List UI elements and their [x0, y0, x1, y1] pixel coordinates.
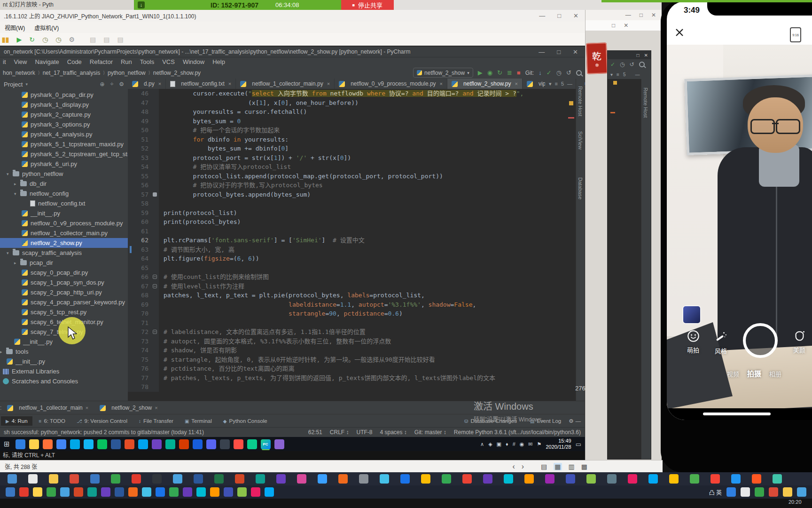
host-app-icon[interactable]	[566, 474, 575, 484]
maximize-icon[interactable]: □	[612, 22, 615, 29]
tree-item[interactable]: pyshark_5_2_tcpstream_get_tcp_stream.p	[0, 149, 128, 159]
menu-item-help[interactable]: Help	[212, 58, 225, 65]
rollback-icon[interactable]: ↺	[566, 69, 571, 76]
tab-close-icon[interactable]: ×	[327, 81, 330, 87]
menu-item-window[interactable]: Window	[183, 58, 204, 65]
pycharm-close-button[interactable]: ✕	[573, 48, 578, 56]
host-app-icon[interactable]	[47, 487, 56, 497]
tree-item[interactable]: pyshark_6_uri.py	[0, 159, 128, 169]
host-app-icon[interactable]	[173, 474, 182, 484]
vm-device-icon[interactable]: ▤	[117, 36, 123, 43]
tray-icon[interactable]: ∧	[480, 441, 484, 447]
host-app-icon[interactable]	[19, 487, 29, 497]
host-app-icon[interactable]	[669, 474, 679, 484]
tree-item[interactable]: pyshark_4_analysis.py	[0, 129, 128, 139]
tree-item[interactable]: ▸tools	[0, 347, 128, 357]
project-panel-header[interactable]: Project ▾ ⊕÷⚙	[0, 79, 128, 90]
fold-marker-icon[interactable]	[153, 330, 157, 334]
host-app-icon[interactable]	[338, 474, 348, 484]
host-app-icon[interactable]	[115, 487, 124, 497]
host-app-icon[interactable]	[773, 474, 782, 484]
camera-mode-tab[interactable]: 相册	[769, 369, 781, 378]
action-center-icon[interactable]: ▭	[576, 441, 581, 448]
stop-sharing-button[interactable]: ■停止共享	[341, 0, 394, 10]
tree-item[interactable]: scapy_2_pcap_http_uri.py	[0, 287, 128, 297]
taskbar-app-icon[interactable]	[70, 439, 80, 449]
tree-item[interactable]: pyshark_1_display.py	[0, 100, 128, 110]
tree-item[interactable]: ▾scapy_traffic_analysis	[0, 248, 128, 258]
profiler-button[interactable]: ≣	[507, 69, 512, 76]
view-grid-icon[interactable]: ▤	[541, 463, 547, 470]
host-app-icon[interactable]	[359, 474, 368, 484]
status-widget[interactable]: UTF-8	[356, 429, 372, 436]
vm-menu-item[interactable]: 虚拟机(V)	[34, 24, 59, 32]
ime-indicator[interactable]: 凸 英	[709, 488, 722, 496]
tool-tab-sciview[interactable]: SciView	[578, 131, 583, 150]
settings-gear-icon[interactable]: ⚙	[119, 81, 124, 87]
tree-item[interactable]: pyshark_2_capture.py	[0, 110, 128, 119]
menu-item-run[interactable]: Run	[121, 58, 132, 65]
host-app-icon[interactable]	[483, 474, 492, 484]
tray-icon[interactable]: ♦	[506, 441, 508, 447]
host-app-icon[interactable]	[648, 474, 658, 484]
git-update-icon[interactable]: ↓	[539, 69, 542, 76]
locate-icon[interactable]: ⊕	[100, 81, 105, 87]
host-app-icon[interactable]	[6, 487, 15, 497]
taskbar-clock[interactable]: 15:492020/11/28	[546, 438, 571, 450]
shutter-button[interactable]	[743, 323, 778, 358]
host-app-icon[interactable]	[731, 474, 741, 484]
tab-close-icon[interactable]: ×	[158, 81, 161, 87]
tree-item[interactable]: pyshark_0_pcap_dir.py	[0, 90, 128, 100]
host-app-icon[interactable]	[128, 487, 138, 497]
tab-close-icon[interactable]: ×	[228, 81, 231, 87]
taskbar-app-icon[interactable]	[234, 439, 243, 449]
host-app-icon[interactable]	[545, 474, 554, 484]
host-app-icon[interactable]	[142, 487, 151, 497]
taskbar-app-icon[interactable]	[111, 439, 121, 449]
vm-device-icon[interactable]: ▤	[90, 36, 96, 43]
taskbar-app-icon[interactable]	[247, 439, 257, 449]
run-button[interactable]: ▶	[478, 69, 483, 76]
previous-icon[interactable]: ‹	[512, 462, 515, 471]
home-indicator[interactable]	[703, 413, 771, 415]
toolwindow-button[interactable]: ⎇9: Version Control	[72, 416, 132, 426]
taskbar-app-icon[interactable]	[97, 439, 107, 449]
chevron-down-icon[interactable]: ▾	[7, 172, 13, 176]
toolwindow-button[interactable]: ▤Event Log	[525, 416, 566, 426]
breadcrumb-item[interactable]: hon_network	[3, 70, 35, 76]
editor-tab[interactable]: netflow_config.txt×	[166, 79, 236, 89]
taskbar-app-icon[interactable]	[16, 439, 25, 449]
menu-item-view[interactable]: View	[14, 58, 27, 65]
host-app-icon[interactable]	[276, 474, 286, 484]
editor-tab[interactable]: netflow_2_show.py×	[447, 79, 523, 89]
tab-close-icon[interactable]: ×	[155, 405, 157, 411]
breadcrumb-item[interactable]: python_netflow	[108, 70, 146, 76]
tray-icon[interactable]: #	[513, 441, 515, 447]
host-app-icon[interactable]	[111, 474, 120, 484]
collapse-all-icon[interactable]: ÷	[110, 81, 114, 87]
tree-item[interactable]: Scratches and Consoles	[0, 376, 128, 386]
settings-gear-icon[interactable]: ⚙	[569, 418, 573, 424]
host-app-icon[interactable]	[400, 474, 410, 484]
host-tray-icon[interactable]	[797, 487, 806, 497]
host-app-icon[interactable]	[194, 474, 203, 484]
menu-item-code[interactable]: Code	[67, 58, 82, 65]
tab-close-icon[interactable]: ×	[86, 405, 88, 411]
tree-item[interactable]: ▾python_netflow	[0, 169, 128, 179]
maximize-icon[interactable]: □	[640, 12, 643, 18]
host-app-icon[interactable]	[196, 487, 206, 497]
host-app-icon[interactable]	[132, 474, 141, 484]
tree-item[interactable]: netflow_1_collector_main.py	[0, 228, 128, 238]
host-app-icon[interactable]	[8, 474, 17, 484]
toolwindow-button[interactable]: ≡6: TODO	[34, 416, 70, 426]
chevron-down-icon[interactable]: ▾	[7, 251, 13, 255]
host-app-icon[interactable]	[504, 474, 513, 484]
taskbar-app-icon[interactable]	[84, 439, 94, 449]
breadcrumb-item[interactable]: net_17_traffic_analysis	[43, 70, 101, 76]
tree-item[interactable]: pyshark_3_options.py	[0, 119, 128, 129]
host-app-icon[interactable]	[169, 487, 179, 497]
host-tray-icon[interactable]	[726, 487, 736, 497]
vm-snapshot-icon[interactable]: ◷	[42, 36, 48, 43]
aspect-ratio-button[interactable]: 9:16	[790, 27, 801, 42]
tab-close-icon[interactable]: ×	[440, 81, 443, 87]
